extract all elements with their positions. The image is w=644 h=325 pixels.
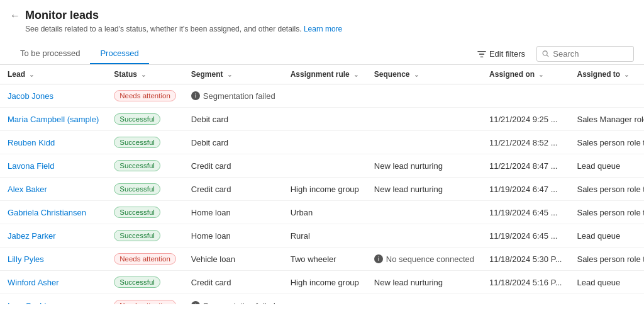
- lead-link[interactable]: Maria Campbell (sample): [8, 115, 99, 124]
- sort-segment-icon: ⌄: [227, 71, 232, 78]
- sequence-cell: New lead nurturing: [367, 271, 482, 294]
- assigned-on-cell: 11/21/2024 8:47 ...: [482, 154, 569, 178]
- edit-filters-button[interactable]: Edit filters: [472, 47, 530, 61]
- page-subtitle: See details related to a lead's status, …: [25, 25, 634, 33]
- segment-cell: Home loan: [184, 201, 283, 224]
- lead-link[interactable]: Reuben Kidd: [8, 138, 55, 147]
- lead-link[interactable]: Alex Baker: [8, 185, 47, 194]
- lead-link[interactable]: Lavona Field: [8, 161, 54, 171]
- sort-assignment-icon: ⌄: [353, 71, 358, 78]
- sequence-cell: New lead nurturing: [367, 154, 482, 178]
- lead-link[interactable]: Ivan Cashin: [8, 301, 51, 305]
- assigned-on-cell: 11/19/2024 6:45 ...: [482, 224, 569, 248]
- segment-cell: Credit card: [184, 154, 283, 178]
- assigned-on-cell: 11/19/2024 6:47 ...: [482, 178, 569, 201]
- table-row: Ivan CashinNeeds attentioniSegmentation …: [0, 294, 644, 305]
- table-row: Alex BakerSuccessfulCredit cardHigh inco…: [0, 178, 644, 201]
- assignment-rule-cell: [283, 154, 367, 178]
- assigned-on-cell: 11/21/2024 9:25 ...: [482, 108, 569, 131]
- learn-more-link[interactable]: Learn more: [304, 25, 342, 33]
- col-header-sequence[interactable]: Sequence ⌄: [367, 65, 482, 84]
- table-row: Winford AsherSuccessfulCredit cardHigh i…: [0, 271, 644, 294]
- table-row: Maria Campbell (sample)SuccessfulDebit c…: [0, 108, 644, 131]
- segment-cell: Credit card: [184, 271, 283, 294]
- sequence-cell: New lead nurturing: [367, 178, 482, 201]
- col-header-assignment-rule[interactable]: Assignment rule ⌄: [283, 65, 367, 84]
- status-badge: Successful: [114, 183, 160, 195]
- assigned-to-cell: [569, 84, 644, 108]
- assigned-to-cell: Sales Manager role te...: [569, 108, 644, 131]
- sequence-warning-icon: i: [374, 254, 383, 263]
- tab-to-be-processed[interactable]: To be processed: [10, 43, 90, 64]
- table-row: Reuben KiddSuccessfulDebit card11/21/202…: [0, 131, 644, 154]
- assigned-to-cell: Sales person role team: [569, 178, 644, 201]
- assigned-to-cell: Lead queue: [569, 224, 644, 248]
- search-input[interactable]: [553, 49, 628, 59]
- status-badge: Successful: [114, 277, 160, 288]
- filter-icon: [477, 50, 486, 59]
- search-box: [536, 46, 634, 62]
- table-row: Jabez ParkerSuccessfulHome loanRural11/1…: [0, 224, 644, 248]
- assignment-rule-cell: [283, 294, 367, 305]
- sequence-cell: [367, 108, 482, 131]
- segment-cell: Debit card: [184, 131, 283, 154]
- status-badge: Successful: [114, 113, 160, 125]
- sequence-cell: [367, 84, 482, 108]
- page-title: Monitor leads: [25, 9, 99, 22]
- leads-table-container: Lead ⌄ Status ⌄ Segment ⌄ Assignment rul…: [0, 65, 644, 304]
- segment-cell: iSegmentation failed: [184, 84, 283, 108]
- assigned-to-cell: Sales person role team: [569, 248, 644, 271]
- segment-cell: Credit card: [184, 178, 283, 201]
- search-icon: [542, 50, 549, 58]
- assignment-rule-cell: Urban: [283, 201, 367, 224]
- assigned-on-cell: 11/21/2024 8:52 ...: [482, 131, 569, 154]
- assignment-rule-cell: [283, 131, 367, 154]
- assignment-rule-cell: [283, 108, 367, 131]
- assigned-to-cell: Lead queue: [569, 154, 644, 178]
- col-header-assigned-on[interactable]: Assigned on ⌄: [482, 65, 569, 84]
- sort-sequence-icon: ⌄: [414, 71, 419, 78]
- lead-link[interactable]: Jacob Jones: [8, 91, 53, 101]
- status-badge: Needs attention: [114, 253, 176, 265]
- assigned-on-cell: 11/19/2024 6:45 ...: [482, 201, 569, 224]
- col-header-status[interactable]: Status ⌄: [106, 65, 184, 84]
- sequence-cell: [367, 131, 482, 154]
- segment-failed-icon: i: [191, 301, 200, 304]
- assigned-on-cell: [482, 84, 569, 108]
- sequence-cell: [367, 224, 482, 248]
- sort-assigned-on-icon: ⌄: [538, 71, 543, 78]
- sequence-cell: [367, 294, 482, 305]
- segment-cell: Vehicle loan: [184, 248, 283, 271]
- sort-assigned-to-icon: ⌄: [624, 71, 629, 78]
- segment-failed-icon: i: [191, 91, 200, 100]
- sequence-cell: iNo sequence connected: [367, 248, 482, 271]
- assigned-on-cell: 11/18/2024 5:16 P...: [482, 271, 569, 294]
- table-row: Lavona FieldSuccessfulCredit cardNew lea…: [0, 154, 644, 178]
- col-header-lead[interactable]: Lead ⌄: [0, 65, 106, 84]
- sequence-cell: [367, 201, 482, 224]
- sort-lead-icon: ⌄: [29, 71, 34, 78]
- assignment-rule-cell: [283, 84, 367, 108]
- assigned-on-cell: 11/18/2024 5:30 P...: [482, 248, 569, 271]
- lead-link[interactable]: Winford Asher: [8, 278, 59, 287]
- tab-bar: To be processed Processed: [10, 43, 149, 64]
- lead-link[interactable]: Jabez Parker: [8, 231, 56, 241]
- sort-status-icon: ⌄: [141, 71, 146, 78]
- segment-cell: Debit card: [184, 108, 283, 131]
- col-header-assigned-to[interactable]: Assigned to ⌄: [569, 65, 644, 84]
- lead-link[interactable]: Lilly Pyles: [8, 254, 44, 264]
- tab-processed[interactable]: Processed: [90, 43, 148, 64]
- table-row: Lilly PylesNeeds attentionVehicle loanTw…: [0, 248, 644, 271]
- lead-link[interactable]: Gabriela Christiansen: [8, 208, 86, 217]
- status-badge: Needs attention: [114, 90, 176, 101]
- assignment-rule-cell: High income group: [283, 271, 367, 294]
- table-row: Jacob JonesNeeds attentioniSegmentation …: [0, 84, 644, 108]
- back-button[interactable]: ←: [10, 10, 20, 21]
- segment-cell: iSegmentation failed: [184, 294, 283, 305]
- assigned-to-cell: Sales person role team: [569, 131, 644, 154]
- assigned-to-cell: [569, 294, 644, 305]
- status-badge: Needs attention: [114, 300, 176, 304]
- col-header-segment[interactable]: Segment ⌄: [184, 65, 283, 84]
- segment-cell: Home loan: [184, 224, 283, 248]
- table-row: Gabriela ChristiansenSuccessfulHome loan…: [0, 201, 644, 224]
